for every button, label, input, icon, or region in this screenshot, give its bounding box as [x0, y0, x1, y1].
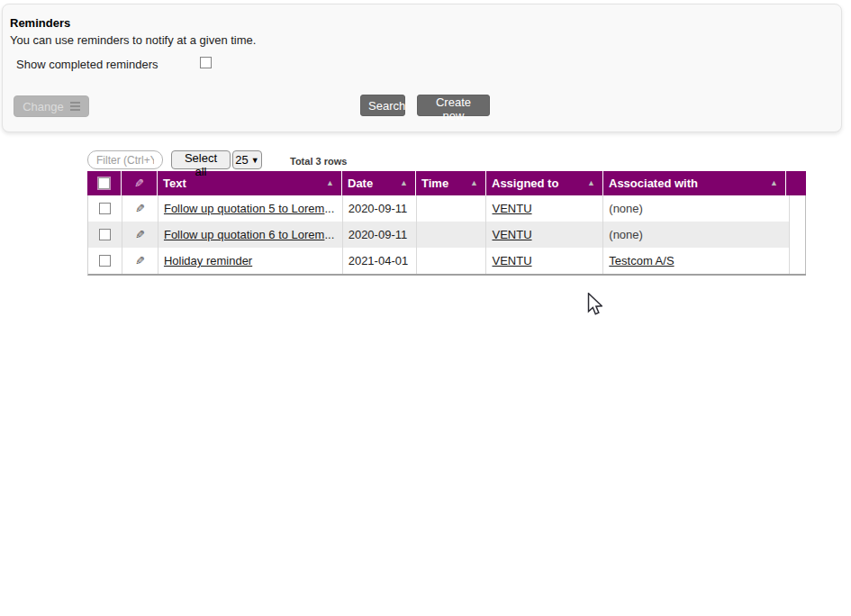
- assigned-to-link[interactable]: VENTU: [492, 228, 531, 241]
- pencil-icon: ✎: [135, 255, 145, 267]
- assigned-to-link[interactable]: VENTU: [492, 254, 531, 267]
- date-cell: 2021-04-01: [343, 248, 417, 274]
- page-size-value: 25: [235, 153, 248, 167]
- time-cell: [417, 222, 487, 248]
- header-spacer-cell: [786, 171, 806, 195]
- reminder-text-link[interactable]: Follow up quotation 6 to Lorem: [164, 228, 325, 241]
- sort-asc-icon: ▲: [400, 178, 408, 187]
- column-header-associated-with-label: Associated with: [609, 177, 698, 190]
- header-pencil-cell: ✎: [122, 171, 158, 195]
- table-row: ✎ Follow up quotation 5 to Lorem... 2020…: [88, 195, 806, 222]
- reminder-text-link[interactable]: Follow up quotation 5 to Lorem: [164, 202, 325, 215]
- dropdown-caret-icon: ▼: [251, 156, 259, 165]
- pencil-icon: ✎: [135, 203, 145, 214]
- search-button[interactable]: Search: [360, 95, 405, 116]
- total-rows-label: Total 3 rows: [290, 156, 347, 167]
- reminders-grid: Select all 25 ▼ Total 3 rows ✎ Text ▲ Da…: [87, 150, 806, 276]
- table-header-row: ✎ Text ▲ Date ▲ Time ▲ Assigned to ▲ Ass…: [87, 171, 806, 195]
- column-header-time[interactable]: Time ▲: [416, 171, 486, 195]
- pencil-icon: ✎: [134, 177, 144, 189]
- reminders-panel: Reminders You can use reminders to notif…: [2, 4, 842, 132]
- row-spacer-cell: [790, 222, 806, 248]
- sort-asc-icon: ▲: [587, 178, 595, 187]
- grid-toolbar: Select all 25 ▼ Total 3 rows: [87, 150, 806, 171]
- column-header-date-label: Date: [348, 177, 373, 190]
- header-checkbox-cell: [87, 171, 122, 195]
- show-completed-checkbox[interactable]: [200, 57, 212, 68]
- sort-asc-icon: ▲: [326, 178, 334, 187]
- reminder-text-link[interactable]: Holiday reminder: [164, 254, 252, 267]
- assigned-to-link[interactable]: VENTU: [492, 202, 531, 215]
- associated-with-value: (none): [609, 228, 643, 241]
- row-spacer-cell: [790, 248, 806, 274]
- row-checkbox[interactable]: [99, 229, 111, 240]
- table-body: ✎ Follow up quotation 5 to Lorem... 2020…: [87, 195, 806, 276]
- mouse-cursor: [587, 293, 602, 315]
- sort-asc-icon: ▲: [770, 178, 778, 187]
- change-button-label: Change: [23, 100, 64, 113]
- time-cell: [417, 248, 487, 274]
- pencil-icon: ✎: [135, 229, 145, 240]
- truncation-ellipsis: ...: [324, 228, 334, 241]
- select-all-button[interactable]: Select all: [171, 150, 231, 169]
- associated-with-link[interactable]: Testcom A/S: [609, 254, 674, 267]
- select-all-checkbox[interactable]: [98, 177, 110, 189]
- row-checkbox[interactable]: [99, 255, 111, 267]
- table-row: ✎ Holiday reminder 2021-04-01 VENTU Test…: [88, 248, 806, 274]
- row-checkbox[interactable]: [99, 203, 111, 214]
- show-completed-label: Show completed reminders: [16, 58, 158, 71]
- truncation-ellipsis: ...: [324, 202, 334, 215]
- column-header-assigned-to[interactable]: Assigned to ▲: [486, 171, 603, 195]
- column-header-time-label: Time: [421, 177, 448, 190]
- associated-with-value: (none): [609, 202, 643, 215]
- column-header-text[interactable]: Text ▲: [158, 171, 342, 195]
- page-subtitle: You can use reminders to notify at a giv…: [10, 33, 256, 47]
- date-cell: 2020-09-11: [343, 195, 417, 222]
- create-new-button[interactable]: Create new: [417, 95, 490, 116]
- page-size-dropdown[interactable]: 25 ▼: [232, 150, 262, 169]
- table-row: ✎ Follow up quotation 6 to Lorem... 2020…: [88, 222, 806, 248]
- menu-icon: [70, 102, 80, 111]
- column-header-text-label: Text: [163, 177, 186, 190]
- filter-input[interactable]: [87, 150, 163, 169]
- sort-asc-icon: ▲: [470, 178, 478, 187]
- column-header-associated-with[interactable]: Associated with ▲: [603, 171, 786, 195]
- time-cell: [417, 195, 487, 222]
- date-cell: 2020-09-11: [343, 222, 417, 248]
- page-title: Reminders: [10, 16, 70, 30]
- row-spacer-cell: [790, 195, 806, 222]
- change-button[interactable]: Change: [14, 95, 89, 117]
- column-header-date[interactable]: Date ▲: [342, 171, 416, 195]
- column-header-assigned-to-label: Assigned to: [492, 177, 558, 190]
